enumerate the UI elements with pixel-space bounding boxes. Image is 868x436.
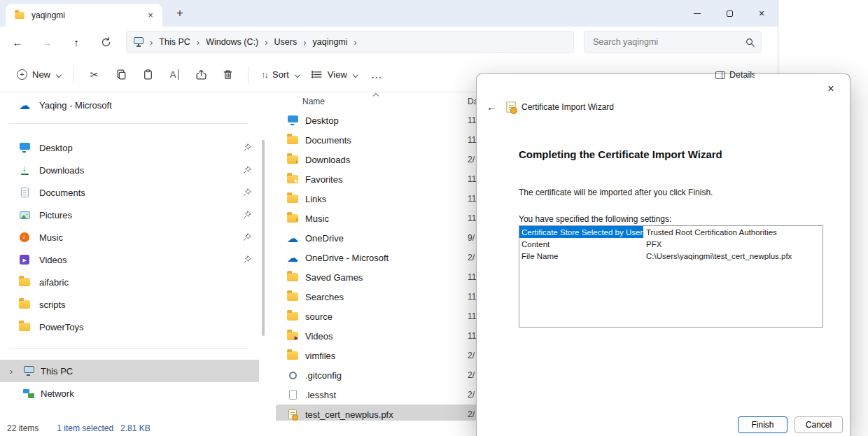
- selection-size: 2.81 KB: [120, 423, 150, 433]
- breadcrumb-users[interactable]: Users: [274, 37, 298, 47]
- chevron-down-icon: [295, 71, 300, 77]
- search-input[interactable]: [593, 37, 745, 47]
- refresh-button[interactable]: [94, 30, 118, 54]
- item-count: 22 items: [7, 423, 38, 433]
- search-icon: [745, 37, 755, 48]
- column-header-name[interactable]: Name: [302, 97, 325, 106]
- sidebar-item-onedrive[interactable]: Yaqing - Microsoft: [0, 94, 259, 116]
- back-button[interactable]: [6, 30, 29, 54]
- folder-icon: [287, 312, 298, 321]
- desktop-icon: [20, 143, 30, 150]
- settings-row[interactable]: Certificate Store Selected by User Trust…: [519, 226, 822, 238]
- breadcrumb-this-pc[interactable]: This PC: [159, 37, 190, 47]
- file-name: Links: [305, 194, 326, 204]
- explorer-tab[interactable]: yaqingmi: [6, 4, 162, 27]
- sidebar-item-label: Downloads: [39, 165, 84, 176]
- settings-row[interactable]: Content PFX: [519, 238, 822, 250]
- settings-row[interactable]: File Name C:\Users\yaqingmi\test_cert_ne…: [519, 250, 822, 262]
- onedrive-cloud-icon: [18, 101, 31, 110]
- address-bar[interactable]: This PC Windows (C:) Users yaqingmi: [126, 31, 574, 53]
- delete-button[interactable]: [214, 62, 241, 87]
- file-date: 11: [468, 292, 476, 302]
- tab-close-icon[interactable]: [144, 9, 157, 22]
- file-date: 2/: [468, 253, 475, 262]
- certificate-import-wizard-dialog: Certificate Import Wizard Completing the…: [476, 73, 850, 436]
- sidebar-item-downloads[interactable]: Downloads: [0, 159, 259, 181]
- dialog-back-button[interactable]: [486, 101, 500, 113]
- sidebar-item-pictures[interactable]: Pictures: [0, 204, 259, 226]
- maximize-button[interactable]: [713, 0, 746, 27]
- sidebar-item-aifabric[interactable]: aifabric: [0, 271, 259, 293]
- details-pane-button[interactable]: Details: [715, 70, 755, 80]
- close-button[interactable]: [746, 0, 778, 27]
- file-name: Music: [305, 213, 329, 224]
- file-date: 2/: [468, 390, 475, 400]
- sidebar-item-videos[interactable]: Videos: [0, 248, 259, 271]
- paste-button[interactable]: [134, 62, 161, 87]
- navigation-bar: This PC Windows (C:) Users yaqingmi: [0, 27, 778, 57]
- network-icon: [23, 389, 34, 398]
- sidebar-item-this-pc[interactable]: This PC: [0, 360, 259, 382]
- screen: yaqingmi This PC: [0, 0, 868, 436]
- see-more-button[interactable]: [363, 62, 390, 87]
- new-label: New: [32, 69, 50, 80]
- search-box[interactable]: [584, 31, 762, 53]
- breadcrumb-windows-c[interactable]: Windows (C:): [206, 37, 258, 47]
- videos-icon: [20, 255, 29, 265]
- file-name: OneDrive: [305, 233, 344, 244]
- share-button[interactable]: [188, 62, 214, 87]
- rename-button[interactable]: [161, 62, 188, 87]
- sidebar-scrollbar[interactable]: [262, 140, 265, 336]
- pin-icon: [242, 188, 252, 197]
- file-icon: [289, 390, 297, 400]
- dialog-close-button[interactable]: [822, 80, 840, 98]
- details-label: Details: [729, 70, 755, 80]
- file-date: 11: [468, 311, 476, 321]
- sidebar-item-scripts[interactable]: scripts: [0, 293, 259, 316]
- file-date: 11: [468, 135, 476, 145]
- setting-value: Trusted Root Certification Authorities: [643, 228, 777, 237]
- sidebar-item-desktop[interactable]: Desktop: [0, 136, 259, 159]
- file-date: 11: [468, 213, 476, 223]
- expand-chevron-icon[interactable]: [6, 366, 17, 377]
- file-name: Videos: [305, 331, 333, 342]
- new-button[interactable]: New: [11, 65, 66, 84]
- cut-button[interactable]: [81, 62, 108, 87]
- forward-button[interactable]: [35, 30, 59, 54]
- sidebar-item-label: Pictures: [39, 210, 72, 220]
- finish-button[interactable]: Finish: [738, 416, 788, 433]
- sort-icon: [261, 69, 267, 80]
- sidebar-item-music[interactable]: Music: [0, 226, 259, 248]
- file-date: 11: [468, 194, 476, 204]
- minimize-button[interactable]: [681, 0, 713, 27]
- folder-icon: [19, 323, 30, 331]
- sidebar-item-documents[interactable]: Documents: [0, 181, 259, 204]
- file-name: .gitconfig: [305, 370, 342, 381]
- folder-icon: [15, 12, 24, 19]
- cancel-button[interactable]: Cancel: [794, 416, 843, 433]
- desktop-icon: [288, 115, 298, 122]
- chevron-right-icon: [265, 37, 267, 48]
- file-date: 11: [468, 174, 476, 184]
- folder-icon: [287, 351, 298, 360]
- settings-list[interactable]: Certificate Store Selected by User Trust…: [519, 225, 823, 328]
- file-date: 2/: [468, 351, 475, 360]
- new-tab-button[interactable]: [172, 6, 188, 21]
- sidebar-item-label: Music: [39, 232, 63, 243]
- sidebar-item-powertoys[interactable]: PowerToys: [0, 316, 259, 338]
- file-name: OneDrive - Microsoft: [305, 253, 388, 263]
- favorites-folder-icon: [287, 175, 298, 183]
- sort-label: Sort: [272, 69, 289, 80]
- breadcrumb-yaqingmi[interactable]: yaqingmi: [313, 37, 348, 47]
- sidebar-item-network[interactable]: Network: [0, 382, 259, 405]
- sort-button[interactable]: Sort: [255, 65, 305, 84]
- downloads-folder-icon: [287, 155, 298, 164]
- folder-icon: [287, 195, 298, 203]
- details-pane-icon: [715, 71, 725, 79]
- file-name: Searches: [305, 292, 344, 302]
- file-name: test_cert_newplus.pfx: [305, 409, 393, 420]
- copy-button[interactable]: [108, 62, 134, 87]
- up-button[interactable]: [64, 30, 88, 54]
- view-button[interactable]: View: [305, 64, 363, 85]
- file-date: 2/: [468, 409, 475, 419]
